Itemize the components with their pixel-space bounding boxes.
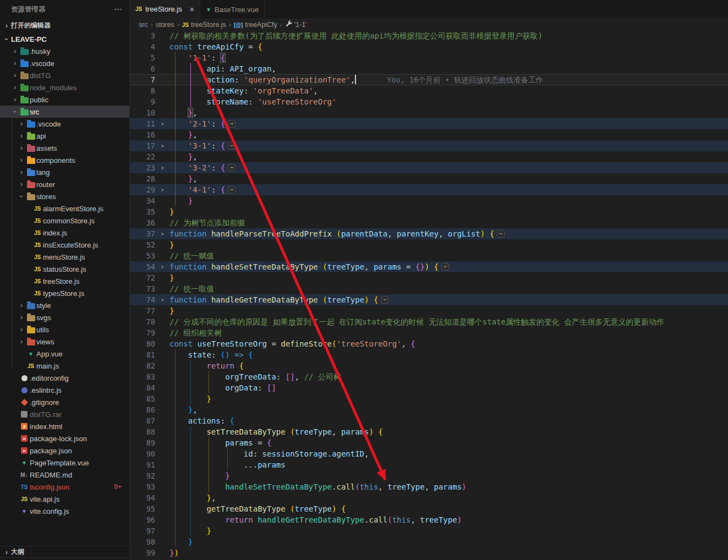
tree-item-menuStore.js[interactable]: JSmenuStore.js	[0, 251, 129, 263]
line-number[interactable]: 78	[130, 316, 155, 327]
tree-item-distTG[interactable]: ›distTG	[0, 69, 129, 81]
fold-chevron-icon[interactable]: ›	[155, 228, 169, 239]
line-number[interactable]: 98	[130, 536, 155, 547]
code-line-85[interactable]: 85 }	[130, 393, 728, 404]
code-line-22[interactable]: 22 },	[130, 151, 728, 162]
tree-item-.gitignore[interactable]: .gitignore	[0, 396, 129, 408]
code-editor[interactable]: 3// 树获取的相关参数(为了后续方便扩展使用 此处使用的api均为根据指定公司…	[130, 30, 728, 560]
breadcrumb-item-'1-1'[interactable]: '1-1'	[285, 20, 307, 29]
code-line-95[interactable]: 95 getTreeDataByType (treeType) {	[130, 503, 728, 514]
line-number[interactable]: 87	[130, 415, 155, 426]
code-line-97[interactable]: 97 }	[130, 525, 728, 536]
tree-item-.vscode[interactable]: ›.vscode	[0, 118, 129, 130]
line-number[interactable]: 8	[130, 85, 155, 96]
code-line-84[interactable]: 84 orgData: []	[130, 382, 728, 393]
code-line-86[interactable]: 86 },	[130, 404, 728, 415]
code-line-52[interactable]: 52}	[130, 239, 728, 250]
tree-item-typesStore.js[interactable]: JStypesStore.js	[0, 287, 129, 299]
tree-item-distTG.rar[interactable]: distTG.rar	[0, 408, 129, 420]
tree-item-components[interactable]: ›components	[0, 154, 129, 166]
line-number[interactable]: 85	[130, 393, 155, 404]
open-editors-section[interactable]: › 打开的编辑器	[0, 19, 129, 32]
line-number[interactable]: 97	[130, 525, 155, 536]
tree-item-README.md[interactable]: M↓README.md	[0, 469, 129, 481]
line-number[interactable]: 88	[130, 426, 155, 437]
code-line-7[interactable]: 7 action: 'queryOrganizationTree',You, 1…	[130, 74, 728, 85]
tree-item-views[interactable]: ›views	[0, 336, 129, 348]
line-number[interactable]: 95	[130, 503, 155, 514]
tree-item-assets[interactable]: ›assets	[0, 142, 129, 154]
line-number[interactable]: 53	[130, 250, 155, 261]
tab-treeStore.js[interactable]: JStreeStore.js×	[130, 0, 200, 19]
line-number[interactable]: 80	[130, 338, 155, 349]
outline-section[interactable]: › 大纲	[0, 546, 129, 558]
tree-item-.husky[interactable]: ›.husky	[0, 45, 129, 57]
folded-code-pill[interactable]: ⋯	[441, 263, 449, 271]
tree-item-stores[interactable]: ›stores	[0, 190, 129, 202]
code-line-80[interactable]: 80const useTreeStoreOrg = defineStore('t…	[130, 338, 728, 349]
code-line-35[interactable]: 35}	[130, 206, 728, 217]
code-line-87[interactable]: 87 actions: {	[130, 415, 728, 426]
code-line-83[interactable]: 83 orgTreeData: [], // 公司树	[130, 371, 728, 382]
line-number[interactable]: 22	[130, 151, 155, 162]
code-line-78[interactable]: 78// 分成不同的仓库的原因是 如果放置到了一起 在订阅state变化的时候 …	[130, 316, 728, 327]
code-line-10[interactable]: 10 },	[130, 107, 728, 118]
tree-item-alarmEventStore.js[interactable]: JSalarmEventStore.js	[0, 202, 129, 215]
tree-item-svgs[interactable]: ›svgs	[0, 311, 129, 323]
code-line-5[interactable]: 5 '1-1': {	[130, 52, 728, 63]
folded-code-pill[interactable]: ⋯	[228, 120, 236, 128]
code-line-92[interactable]: 92 }	[130, 470, 728, 481]
breadcrumb-item-treeApiCfy[interactable]: [@]treeApiCfy	[234, 21, 277, 29]
tree-item-style[interactable]: ›style	[0, 299, 129, 311]
line-number[interactable]: 35	[130, 206, 155, 217]
code-line-17[interactable]: 17› '3-1': {⋯	[130, 140, 728, 151]
line-number[interactable]: 28	[130, 173, 155, 184]
line-number[interactable]: 72	[130, 272, 155, 283]
code-line-3[interactable]: 3// 树获取的相关参数(为了后续方便扩展使用 此处使用的api均为根据指定公司…	[130, 30, 728, 41]
line-number[interactable]: 4	[130, 41, 155, 52]
line-number[interactable]: 7	[130, 74, 155, 85]
tree-item-insExcuteStore.js[interactable]: JSinsExcuteStore.js	[0, 239, 129, 251]
code-line-53[interactable]: 53// 统一赋值	[130, 250, 728, 261]
code-line-98[interactable]: 98 }	[130, 536, 728, 547]
line-number[interactable]: 9	[130, 96, 155, 107]
line-number[interactable]: 36	[130, 217, 155, 228]
code-line-96[interactable]: 96 return handleGetTreeDataByType.call(t…	[130, 514, 728, 525]
line-number[interactable]: 23	[130, 162, 155, 173]
code-line-36[interactable]: 36// 为树节点添加前缀	[130, 217, 728, 228]
code-line-73[interactable]: 73// 统一取值	[130, 283, 728, 294]
fold-chevron-icon[interactable]: ›	[155, 261, 169, 272]
tree-item-vite.config.js[interactable]: ▼vite.config.js	[0, 505, 129, 517]
tree-item-.eslintrc.js[interactable]: .eslintrc.js	[0, 384, 129, 396]
line-number[interactable]: 86	[130, 404, 155, 415]
tree-item-treeStore.js[interactable]: JStreeStore.js	[0, 275, 129, 287]
line-number[interactable]: 6	[130, 63, 155, 74]
more-actions-icon[interactable]: ⋯	[114, 4, 123, 14]
code-line-99[interactable]: 99})	[130, 547, 728, 558]
breadcrumb-item-stores[interactable]: stores	[156, 21, 174, 29]
line-number[interactable]: 74	[130, 294, 155, 305]
line-number[interactable]: 93	[130, 481, 155, 492]
tree-item-commonStore.js[interactable]: JScommonStore.js	[0, 215, 129, 227]
code-line-74[interactable]: 74›function handleGetTreeDataByType (tre…	[130, 294, 728, 305]
tree-item-package-lock.json[interactable]: npackage-lock.json	[0, 432, 129, 444]
fold-chevron-icon[interactable]: ›	[155, 118, 169, 129]
fold-chevron-icon[interactable]: ›	[155, 294, 169, 305]
fold-chevron-icon[interactable]: ›	[155, 184, 169, 195]
line-number[interactable]: 34	[130, 195, 155, 206]
line-number[interactable]: 37	[130, 228, 155, 239]
folded-code-pill[interactable]: ⋯	[228, 142, 236, 150]
folded-code-pill[interactable]: ⋯	[228, 186, 236, 194]
code-line-9[interactable]: 9 storeName: 'useTreeStoreOrg'	[130, 96, 728, 107]
code-line-29[interactable]: 29› '4-1': {⋯	[130, 184, 728, 195]
code-line-6[interactable]: 6 api: API_organ,	[130, 63, 728, 74]
tree-item-node_modules[interactable]: ›node_modules	[0, 81, 129, 94]
tree-item-.vscode[interactable]: ›.vscode	[0, 57, 129, 69]
line-number[interactable]: 17	[130, 140, 155, 151]
close-icon[interactable]: ×	[190, 5, 194, 14]
code-line-34[interactable]: 34 }	[130, 195, 728, 206]
line-number[interactable]: 54	[130, 261, 155, 272]
code-line-4[interactable]: 4const treeApiCfy = {	[130, 41, 728, 52]
line-number[interactable]: 52	[130, 239, 155, 250]
line-number[interactable]: 90	[130, 448, 155, 459]
